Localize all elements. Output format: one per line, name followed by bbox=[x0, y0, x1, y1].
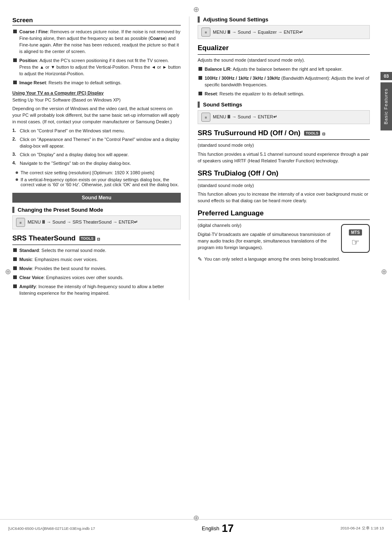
adjusting-sound-title: Adjusting Sound Settings bbox=[203, 16, 370, 23]
equalizer-bullet-list: Balance L/R: Adjusts the balance between… bbox=[198, 66, 370, 97]
menu-icon: ≡ bbox=[16, 218, 25, 227]
bullet-square-icon bbox=[13, 81, 17, 84]
trusurround-text: This function provides a virtual 5.1 cha… bbox=[198, 151, 370, 164]
srs-bullet-movie: Movie: Provides the best sound for movie… bbox=[12, 266, 181, 272]
screen-bullet-list: Coarse / Fine: Removes or reduces pictur… bbox=[12, 29, 181, 86]
right-column: Adjusting Sound Settings ≡ MENU Ⅲ → Soun… bbox=[189, 16, 370, 300]
footer-date-info: 2010-06-24 오후 1:18 13 bbox=[340, 526, 384, 531]
chapter-number: 03 bbox=[380, 72, 392, 80]
step-number: 3. bbox=[12, 152, 20, 157]
bullet-square-icon bbox=[13, 275, 17, 279]
bullet-square-icon bbox=[198, 67, 202, 71]
preferred-language-note-text: You can only select a language among the… bbox=[204, 256, 340, 263]
bullet-dot-icon bbox=[16, 171, 18, 174]
trusurround-subtitle: (standard sound mode only) bbox=[198, 142, 370, 149]
equalizer-intro: Adjusts the sound mode (standard sound m… bbox=[198, 57, 370, 64]
pc-setup-text2: Depending on the version of Windows and … bbox=[12, 106, 181, 125]
tools-extra2: ⊡ bbox=[322, 132, 325, 136]
eq-bullet-reset: Reset: Resets the equalizer to its defau… bbox=[198, 91, 370, 97]
adjusting-sound-menu-cmd: ≡ MENU Ⅲ → Sound → Equalizer → ENTER↵ bbox=[198, 25, 370, 39]
step-number: 2. bbox=[12, 136, 20, 141]
changing-preset-cmd-text: MENU Ⅲ → Sound → SRS TheaterSound → ENTE… bbox=[28, 220, 138, 225]
chapter-tab: Basic Features bbox=[380, 82, 392, 130]
pc-step-3-text: Click on "Display" and a display dialog … bbox=[20, 152, 181, 158]
pc-dot-2-text: If a vertical-frequency option exists on… bbox=[21, 177, 181, 187]
bullet-square-icon bbox=[198, 92, 202, 95]
screen-bullet-2-text: Position: Adjust the PC's screen positio… bbox=[19, 58, 181, 77]
page-number-area: English 17 bbox=[202, 522, 234, 535]
pc-step-4: 4. Navigate to the "Settings" tab on the… bbox=[12, 160, 181, 167]
adjusting-sound-cmd-text: MENU Ⅲ → Sound → Equalizer → ENTER↵ bbox=[213, 30, 303, 35]
mts-label: MTS bbox=[349, 229, 362, 236]
pc-step-1: 1. Click on "Control Panel" on the Windo… bbox=[12, 128, 181, 134]
top-crosshair-icon: ⊕ bbox=[193, 5, 199, 14]
srs-trudialog-title: SRS TruDialog (Off / On) bbox=[198, 169, 370, 180]
tools-badge: TOOLS bbox=[79, 236, 95, 241]
screen-bullet-3: Image Reset: Resets the image to default… bbox=[12, 80, 181, 86]
srs-theatersound-title: SRS TheaterSound TOOLS ⊡ bbox=[12, 234, 181, 245]
note-pencil-icon: ✎ bbox=[198, 256, 202, 262]
bullet-square-icon bbox=[13, 266, 17, 270]
equalizer-title: Equalizer bbox=[198, 44, 370, 55]
bullet-dot-icon bbox=[16, 178, 18, 181]
srs-bullet-music: Music: Emphasizes music over voices. bbox=[12, 256, 181, 263]
changing-preset-section: Changing the Preset Sound Mode bbox=[12, 207, 181, 213]
menu-icon: ≡ bbox=[201, 113, 210, 122]
pc-step-2: 2. Click on "Appearance and Themes" in t… bbox=[12, 136, 181, 150]
menu-icon: ≡ bbox=[201, 28, 210, 37]
pc-step-1-text: Click on "Control Panel" on the Windows … bbox=[20, 128, 181, 134]
pc-step-3: 3. Click on "Display" and a display dial… bbox=[12, 152, 181, 158]
preferred-language-title: Preferred Language bbox=[198, 209, 370, 220]
screen-bullet-3-text: Image Reset: Resets the image to default… bbox=[19, 80, 181, 86]
srs-bullet-standard-text: Standard: Selects the normal sound mode. bbox=[19, 247, 181, 254]
srs-bullet-amplify-text: Amplify: Increase the intensity of high-… bbox=[19, 284, 181, 297]
pc-dot-2: If a vertical-frequency option exists on… bbox=[16, 177, 181, 187]
eq-reset-text: Reset: Resets the equalizer to its defau… bbox=[205, 91, 370, 97]
sound-menu-banner: Sound Menu bbox=[12, 193, 181, 203]
bullet-square-icon bbox=[13, 30, 17, 33]
bullet-square-icon bbox=[13, 58, 17, 62]
srs-trusurround-title: SRS TruSurround HD (Off / On) TOOLS ⊡ bbox=[198, 129, 370, 140]
mts-image: MTS ☞ bbox=[341, 224, 370, 253]
pc-setup-text1: Setting Up Your PC Software (Based on Wi… bbox=[12, 97, 181, 104]
page-container: ⊕ ⊕ ⊕ ⊕ 03 Basic Features Screen Coarse … bbox=[0, 0, 392, 543]
srs-bullet-clearvoice: Clear Voice: Emphasizes voices over othe… bbox=[12, 275, 181, 281]
tools-badge-trusurround: TOOLS bbox=[304, 131, 320, 136]
eq-balance-text: Balance L/R: Adjusts the balance between… bbox=[205, 66, 370, 73]
pc-steps-list: 1. Click on "Control Panel" on the Windo… bbox=[12, 128, 181, 167]
mts-hand-icon: ☞ bbox=[351, 237, 360, 248]
bullet-square-icon bbox=[13, 284, 17, 288]
srs-bullet-music-text: Music: Emphasizes music over voices. bbox=[19, 256, 181, 263]
trudialog-subtitle: (standard sound mode only) bbox=[198, 183, 370, 189]
screen-section-title: Screen bbox=[12, 16, 181, 25]
bullet-square-icon bbox=[13, 248, 17, 252]
bullet-square-icon bbox=[198, 76, 202, 80]
eq-bandwidth-text: 100Hz / 300Hz / 1kHz / 3kHz / 10kHz (Ban… bbox=[205, 75, 370, 88]
english-label: English bbox=[202, 525, 219, 531]
pc-dot-1-text: The correct size setting (resolution) [O… bbox=[21, 170, 154, 175]
changing-preset-title: Changing the Preset Sound Mode bbox=[18, 207, 181, 213]
pc-display-subsection-title: Using Your TV as a Computer (PC) Display bbox=[12, 90, 181, 95]
page-footer: [UC6400-6500-USA]BN68-02711E-03Eng.indb … bbox=[0, 519, 392, 535]
sound-settings-section: Sound Settings bbox=[198, 102, 370, 108]
right-crosshair-icon: ⊕ bbox=[381, 267, 387, 276]
left-column: Screen Coarse / Fine: Removes or reduces… bbox=[8, 16, 189, 300]
srs-bullet-movie-text: Movie: Provides the best sound for movie… bbox=[19, 266, 181, 272]
step-number: 1. bbox=[12, 128, 20, 133]
step-number: 4. bbox=[12, 160, 20, 165]
screen-bullet-1: Coarse / Fine: Removes or reduces pictur… bbox=[12, 29, 181, 55]
adjusting-sound-section: Adjusting Sound Settings bbox=[198, 16, 370, 23]
left-crosshair-icon: ⊕ bbox=[5, 267, 11, 276]
srs-bullet-amplify: Amplify: Increase the intensity of high-… bbox=[12, 284, 181, 297]
eq-bullet-bandwidth: 100Hz / 300Hz / 1kHz / 3kHz / 10kHz (Ban… bbox=[198, 75, 370, 88]
preferred-language-note: ✎ You can only select a language among t… bbox=[198, 256, 370, 263]
bullet-square-icon bbox=[13, 257, 17, 261]
screen-bullet-2: Position: Adjust the PC's screen positio… bbox=[12, 58, 181, 77]
content-area: Screen Coarse / Fine: Removes or reduces… bbox=[0, 0, 392, 308]
srs-bullet-standard: Standard: Selects the normal sound mode. bbox=[12, 247, 181, 254]
screen-bullet-1-text: Coarse / Fine: Removes or reduces pictur… bbox=[19, 29, 181, 55]
tools-extra: ⊡ bbox=[97, 237, 100, 241]
footer-file-info: [UC6400-6500-USA]BN68-02711E-03Eng.indb … bbox=[8, 526, 95, 531]
pc-dot-1: The correct size setting (resolution) [O… bbox=[16, 170, 181, 175]
page-number: 17 bbox=[222, 522, 234, 535]
